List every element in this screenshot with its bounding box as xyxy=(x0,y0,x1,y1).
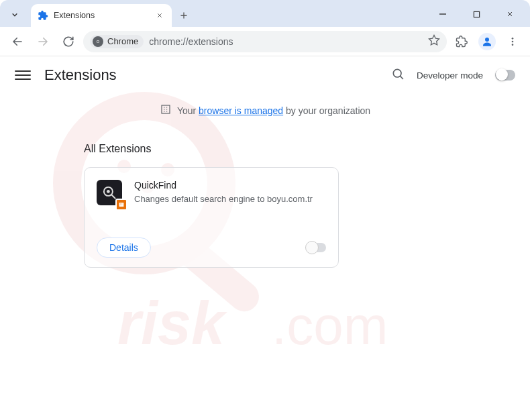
close-tab-icon[interactable] xyxy=(154,10,165,21)
svg-point-13 xyxy=(512,40,514,42)
svg-rect-16 xyxy=(162,105,170,113)
managed-badge-icon xyxy=(115,199,127,211)
menu-icon[interactable] xyxy=(15,67,31,83)
svg-point-14 xyxy=(512,44,514,46)
kebab-menu-icon[interactable] xyxy=(502,31,523,52)
extension-toggle[interactable] xyxy=(306,243,326,252)
extensions-header: Extensions Developer mode xyxy=(0,56,530,94)
extension-card: QuickFind Changes default search engine … xyxy=(84,167,339,268)
site-chip[interactable]: Chrome xyxy=(90,35,144,48)
section-title: All Extensions xyxy=(84,143,446,155)
svg-rect-19 xyxy=(119,203,124,207)
back-button[interactable] xyxy=(7,31,28,52)
browser-tab[interactable]: Extensions xyxy=(31,4,172,27)
bookmark-star-icon[interactable] xyxy=(428,34,440,48)
reload-button[interactable] xyxy=(58,31,79,52)
svg-point-10 xyxy=(97,40,99,42)
developer-mode-toggle[interactable] xyxy=(495,70,515,81)
tab-title: Extensions xyxy=(54,11,95,20)
managed-link[interactable]: browser is managed xyxy=(199,105,283,116)
svg-rect-7 xyxy=(474,11,479,17)
window-controls xyxy=(428,4,525,24)
svg-point-12 xyxy=(512,38,514,40)
details-button[interactable]: Details xyxy=(97,238,151,258)
developer-mode-label: Developer mode xyxy=(417,70,483,81)
chrome-icon xyxy=(93,36,103,47)
svg-point-15 xyxy=(393,69,401,77)
address-bar[interactable]: Chrome chrome://extensions xyxy=(83,31,447,52)
minimize-button[interactable] xyxy=(428,4,458,24)
url-text: chrome://extensions xyxy=(149,36,233,47)
puzzle-icon xyxy=(38,10,48,21)
page-title: Extensions xyxy=(44,66,117,84)
building-icon xyxy=(160,103,172,117)
extension-name: QuickFind xyxy=(134,180,326,191)
tab-search-dropdown[interactable] xyxy=(5,5,24,24)
extensions-icon[interactable] xyxy=(451,31,472,52)
profile-avatar[interactable] xyxy=(476,31,498,52)
managed-banner: Your browser is managed by your organiza… xyxy=(0,94,530,127)
svg-point-18 xyxy=(107,190,110,193)
new-tab-button[interactable] xyxy=(174,6,193,25)
forward-button[interactable] xyxy=(32,31,54,52)
close-window-button[interactable] xyxy=(495,4,525,24)
svg-point-11 xyxy=(485,38,489,42)
extension-description: Changes default search engine to boyu.co… xyxy=(134,193,326,205)
site-chip-label: Chrome xyxy=(107,36,138,46)
maximize-button[interactable] xyxy=(462,4,491,24)
extension-icon-wrap xyxy=(97,180,123,207)
managed-text: Your browser is managed by your organiza… xyxy=(177,105,370,116)
browser-toolbar: Chrome chrome://extensions xyxy=(0,27,530,56)
search-icon[interactable] xyxy=(391,67,405,83)
tab-strip: Extensions xyxy=(0,0,530,27)
